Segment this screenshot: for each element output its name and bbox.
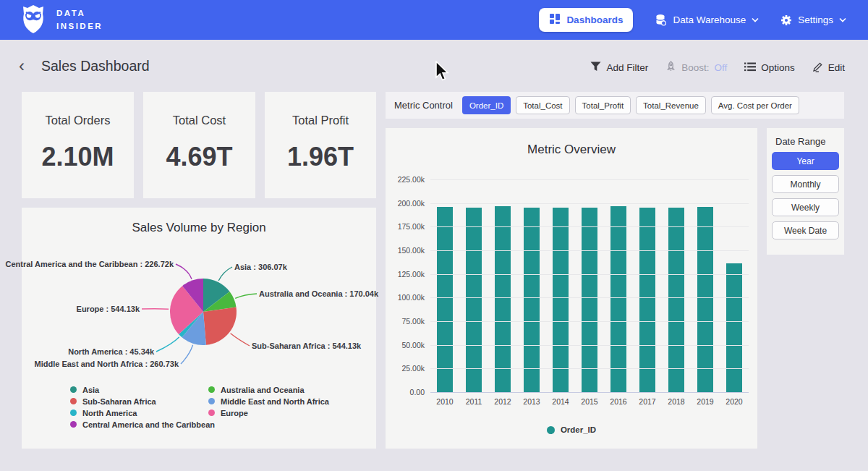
pie-chart-card: Sales Volume by Region Asia : 306.07kAus…	[22, 208, 376, 449]
pie-slice-sub-saharan-africa[interactable]	[203, 307, 237, 344]
date-range-card: Date Range YearMonthlyWeeklyWeek Date	[767, 128, 844, 255]
legend-item-sub-saharan-africa[interactable]: Sub-Saharan Africa	[70, 397, 215, 405]
legend-item-middle-east-and-north-africa[interactable]: Middle East and North Africa	[208, 397, 329, 405]
legend-label: Order_ID	[561, 425, 596, 434]
x-axis-tick: 2017	[633, 397, 662, 406]
bar-series	[430, 179, 749, 392]
bar-2012[interactable]	[495, 206, 511, 392]
x-axis-tick: 2013	[517, 397, 546, 406]
metric-chip-group: Order_IDTotal_CostTotal_ProfitTotal_Reve…	[462, 96, 799, 114]
gridline	[430, 368, 749, 369]
metric-chip-total-cost[interactable]: Total_Cost	[516, 96, 569, 114]
legend-label: North America	[82, 409, 137, 417]
bar-slot	[575, 179, 604, 392]
nav-settings[interactable]: Settings	[780, 14, 846, 26]
page-title: Sales Dashboard	[41, 58, 150, 75]
metric-chip-avg-cost-per-order[interactable]: Avg. Cost per Order	[711, 96, 799, 114]
legend-item-asia[interactable]: Asia	[70, 386, 215, 394]
nav-dashboards-button[interactable]: Dashboards	[539, 8, 633, 32]
bar-2011[interactable]	[466, 208, 482, 392]
legend-dot	[208, 410, 215, 416]
bar-2017[interactable]	[639, 208, 655, 392]
legend-dot	[208, 398, 215, 404]
x-axis-tick: 2016	[604, 397, 633, 406]
list-icon	[744, 62, 756, 74]
legend-label: Asia	[82, 386, 99, 394]
pie-leader-line	[235, 294, 257, 298]
edit-button[interactable]: Edit	[812, 61, 845, 75]
pie-legend-column-2: Australia and OceaniaMiddle East and Nor…	[208, 386, 329, 417]
legend-dot	[70, 398, 77, 404]
bar-slot	[604, 179, 633, 392]
legend-label: Central America and the Caribbean	[82, 420, 215, 429]
pie-legend-column-1: AsiaSub-Saharan AfricaNorth AmericaCentr…	[70, 386, 215, 428]
navbar-menu: Dashboards Data Warehouse	[539, 8, 846, 32]
metric-chip-order-id[interactable]: Order_ID	[462, 96, 511, 114]
y-axis-tick: 125.00k	[380, 270, 425, 279]
filter-icon	[590, 61, 601, 74]
y-axis-tick: 0.00	[380, 388, 425, 396]
boost-value: Off	[714, 62, 727, 73]
bar-slot	[662, 179, 691, 392]
legend-item-europe[interactable]: Europe	[208, 409, 329, 417]
bar-slot	[517, 179, 546, 392]
y-axis-tick: 200.00k	[380, 199, 425, 208]
owl-logo-icon	[19, 4, 48, 37]
kpi-card-total-cost: Total Cost 4.69T	[143, 92, 255, 198]
legend-dot	[70, 410, 77, 416]
kpi-card-total-orders: Total Orders 2.10M	[22, 92, 134, 198]
gridline	[430, 250, 749, 251]
add-filter-button[interactable]: Add Filter	[590, 61, 648, 74]
bar-2016[interactable]	[610, 206, 626, 392]
kpi-card-total-profit: Total Profit 1.96T	[265, 92, 376, 198]
legend-item-australia-and-oceania[interactable]: Australia and Oceania	[208, 386, 329, 394]
gridline	[430, 179, 749, 180]
metric-chip-total-revenue[interactable]: Total_Revenue	[636, 96, 706, 114]
kpi-value: 1.96T	[287, 142, 354, 172]
y-axis-tick: 75.00k	[380, 317, 425, 326]
bar-slot	[633, 179, 662, 392]
y-axis-tick: 50.00k	[380, 341, 425, 349]
nav-settings-label: Settings	[798, 14, 833, 25]
date-range-week-date[interactable]: Week Date	[772, 221, 839, 239]
gridline	[430, 345, 749, 346]
y-axis-tick: 100.00k	[380, 293, 425, 302]
brand[interactable]: DATA INSIDER	[19, 4, 103, 37]
x-axis-tick: 2020	[720, 397, 749, 406]
bar-slot	[720, 179, 749, 392]
header-actions: Add Filter Boost: Off Options	[590, 61, 845, 75]
nav-data-warehouse[interactable]: Data Warehouse	[655, 14, 759, 26]
options-button[interactable]: Options	[744, 62, 795, 74]
metric-chip-total-profit[interactable]: Total_Profit	[575, 96, 631, 114]
bar-2015[interactable]	[582, 208, 597, 392]
pie-label-north-america: North America : 45.34k	[68, 347, 154, 356]
back-button[interactable]: ‹	[19, 58, 35, 75]
y-axis-tick: 25.00k	[380, 364, 425, 373]
bar-2013[interactable]	[524, 208, 540, 392]
pie-label-middle-east-and-north-africa: Middle East and North Africa : 260.73k	[35, 360, 179, 368]
bar-slot	[691, 179, 720, 392]
date-range-buttons: YearMonthlyWeeklyWeek Date	[772, 152, 839, 239]
options-label: Options	[761, 62, 795, 73]
bar-slot	[488, 179, 517, 392]
date-range-weekly[interactable]: Weekly	[772, 198, 839, 216]
legend-item-north-america[interactable]: North America	[70, 409, 215, 417]
date-range-monthly[interactable]: Monthly	[772, 175, 839, 193]
bar-2018[interactable]	[668, 208, 684, 392]
top-navbar: DATA INSIDER Dashboards	[0, 0, 868, 40]
pie-leader-line	[231, 334, 250, 346]
legend-item-central-america-and-the-caribbean[interactable]: Central America and the Caribbean	[70, 420, 215, 428]
bar-2010[interactable]	[437, 207, 453, 392]
bar-chart-title: Metric Overview	[386, 143, 757, 157]
metric-control-bar: Metric Control Order_IDTotal_CostTotal_P…	[386, 92, 844, 119]
bar-2019[interactable]	[697, 207, 713, 392]
brand-line-1: DATA	[56, 7, 103, 20]
bar-2020[interactable]	[726, 263, 742, 392]
boost-label: Boost:	[681, 62, 709, 73]
nav-dashboards-label: Dashboards	[566, 14, 623, 25]
pie-label-sub-saharan-africa: Sub-Saharan Africa : 544.13k	[252, 341, 361, 350]
boost-toggle[interactable]: Boost: Off	[665, 61, 727, 75]
bar-2014[interactable]	[553, 208, 569, 392]
metric-control-label: Metric Control	[394, 100, 453, 111]
date-range-year[interactable]: Year	[772, 152, 839, 170]
